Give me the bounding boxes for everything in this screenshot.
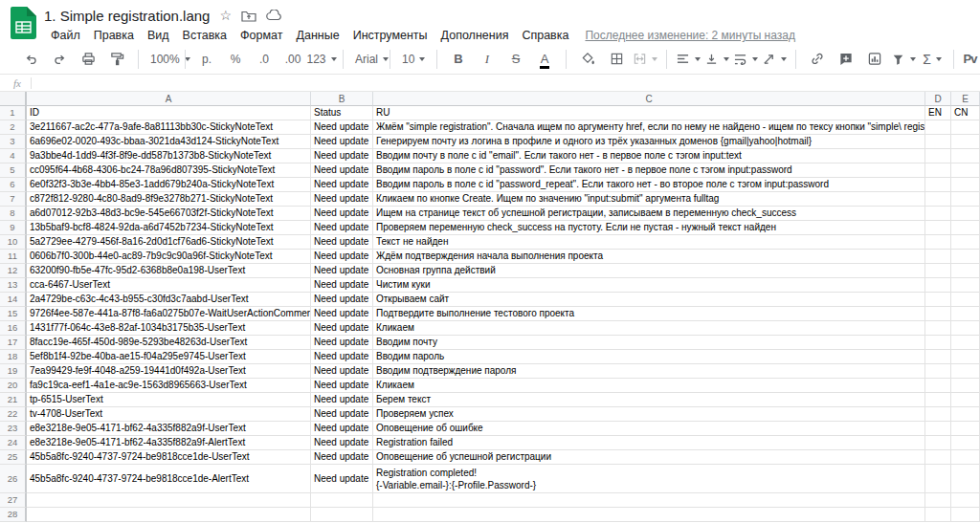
row-number[interactable]: 12 (0, 264, 27, 278)
cell-en[interactable] (925, 450, 951, 465)
cell-en[interactable] (925, 379, 951, 393)
cell-en[interactable] (925, 508, 951, 522)
cell-id[interactable]: 0606b7f0-300b-44e0-ac89-7b9c9c90a96f-Sti… (27, 250, 311, 264)
cell-cn[interactable] (951, 163, 980, 178)
cell-ru[interactable]: Кликаем (373, 379, 925, 393)
horizontal-align-button[interactable] (675, 48, 702, 71)
cell-ru[interactable]: Вводим подтверждение пароля (373, 364, 925, 379)
cell-en[interactable] (925, 163, 951, 178)
row-number[interactable]: 9 (0, 221, 27, 235)
cloud-status-icon[interactable] (266, 10, 282, 21)
column-header-b[interactable]: B (311, 92, 373, 106)
cell-id[interactable]: 63200f90-fb5e-47fc-95d2-6368b8e0a198-Use… (27, 264, 311, 278)
cell-en[interactable] (925, 321, 951, 336)
cell-status[interactable]: Need update (311, 264, 373, 278)
column-header-d[interactable]: D (925, 92, 951, 106)
cell-cn[interactable] (951, 508, 980, 522)
cell-id[interactable]: 3e211667-ac2c-477a-9afe-8a81113bb30c-Sti… (27, 120, 311, 135)
merge-cells-button[interactable] (632, 48, 658, 71)
cell-id[interactable] (27, 508, 311, 522)
row-number[interactable]: 2 (0, 120, 27, 135)
select-all-corner[interactable] (0, 92, 27, 106)
cell-cn[interactable] (951, 135, 980, 149)
text-wrap-button[interactable] (732, 48, 759, 71)
cell-en[interactable] (925, 393, 951, 407)
column-header-c[interactable]: C (373, 92, 925, 106)
cell-cn[interactable] (951, 393, 980, 407)
menu-item[interactable]: Инструменты (346, 27, 434, 44)
row-number[interactable]: 26 (0, 465, 27, 493)
print-button[interactable] (75, 48, 101, 71)
row-number[interactable]: 24 (0, 436, 27, 450)
cell-ru[interactable]: Ищем на странице текст об успешной регис… (373, 207, 925, 221)
insert-chart-button[interactable] (861, 48, 888, 71)
cell-status[interactable]: Need update (311, 350, 373, 364)
menu-item[interactable]: Формат (234, 27, 289, 44)
cell-cn[interactable] (951, 436, 980, 450)
text-rotation-button[interactable] (761, 48, 788, 71)
cell-status[interactable]: Need update (311, 235, 373, 250)
cell-id[interactable]: 5a2729ee-4279-456f-8a16-2d0d1cf76ad6-Sti… (27, 235, 311, 250)
undo-button[interactable] (17, 48, 44, 71)
cell-en[interactable] (925, 135, 951, 149)
cell-status[interactable]: Need update (311, 207, 373, 221)
cell-ru[interactable]: Жмём "simple registration". Сначала ищем… (373, 120, 925, 135)
cell-ru[interactable]: Оповещение об ошибке (373, 422, 925, 436)
row-number[interactable]: 16 (0, 321, 27, 336)
cell-ru[interactable]: Кликаем (373, 321, 925, 336)
cell-id[interactable]: tv-4708-UserText (27, 407, 311, 422)
cell-status[interactable]: Need update (311, 192, 373, 207)
row-number[interactable]: 11 (0, 250, 27, 264)
cell-cn[interactable]: CN (951, 106, 980, 120)
cell-id[interactable]: e8e3218e-9e05-4171-bf62-4a335f882a9f-Ale… (27, 436, 311, 450)
cell-ru[interactable]: Оповещение об успешной регистрации (373, 450, 925, 465)
cell-status[interactable]: Need update (311, 135, 373, 149)
cell-en[interactable] (925, 278, 951, 293)
cell-ru[interactable]: Вводим пароль (373, 350, 925, 364)
cell-cn[interactable] (951, 336, 980, 350)
cell-en[interactable] (925, 436, 951, 450)
cell-en[interactable] (925, 192, 951, 207)
fill-color-button[interactable] (574, 48, 601, 71)
cell-cn[interactable] (951, 235, 980, 250)
cell-status[interactable]: Need update (311, 250, 373, 264)
cell-cn[interactable] (951, 321, 980, 336)
cell-status[interactable]: Need update (311, 120, 373, 135)
functions-button[interactable]: Σ (919, 48, 946, 71)
cell-cn[interactable] (951, 422, 980, 436)
cell-id[interactable]: a6d07012-92b3-48d3-bc9e-545e66703f2f-Sti… (27, 207, 311, 221)
row-number[interactable]: 4 (0, 149, 27, 163)
cell-cn[interactable] (951, 264, 980, 278)
cell-ru[interactable]: Основная группа действий (373, 264, 925, 278)
cell-id[interactable]: 6a696e02-0020-493c-bbaa-3021da43d124-Sti… (27, 135, 311, 149)
cell-ru[interactable] (373, 508, 925, 522)
cell-id[interactable]: ID (27, 106, 311, 120)
row-number[interactable]: 22 (0, 407, 27, 422)
cell-id[interactable]: tp-6515-UserText (27, 393, 311, 407)
row-number[interactable]: 1 (0, 106, 27, 120)
cell-cn[interactable] (951, 379, 980, 393)
cell-cn[interactable] (951, 364, 980, 379)
move-folder-icon[interactable] (241, 10, 256, 22)
cell-id[interactable]: fa9c19ca-eef1-4a1e-ac9e-1563d8965663-Use… (27, 379, 311, 393)
cell-en[interactable] (925, 307, 951, 321)
strikethrough-button[interactable]: S (502, 48, 529, 71)
cell-en[interactable] (925, 422, 951, 436)
cell-id[interactable]: cca-6467-UserText (27, 278, 311, 293)
cell-status[interactable] (311, 508, 373, 522)
cell-status[interactable]: Status (311, 106, 373, 120)
bold-button[interactable]: B (445, 48, 472, 71)
cell-id[interactable]: e8e3218e-9e05-4171-bf62-4a335f882a9f-Use… (27, 422, 311, 436)
column-header-e[interactable]: E (951, 92, 980, 106)
cell-status[interactable]: Need update (311, 178, 373, 192)
cell-cn[interactable] (951, 207, 980, 221)
cell-cn[interactable] (951, 192, 980, 207)
cell-id[interactable] (27, 493, 311, 508)
cell-id[interactable]: 45b5a8fc-9240-4737-9724-be9818cce1de-Use… (27, 450, 311, 465)
cell-status[interactable]: Need update (311, 293, 373, 307)
cell-status[interactable]: Need update (311, 307, 373, 321)
row-number[interactable]: 23 (0, 422, 27, 436)
cell-id[interactable]: 6e0f32f3-3b3e-4bb4-85e3-1add679b240a-Sti… (27, 178, 311, 192)
format-percent-button[interactable]: % (222, 48, 249, 71)
cell-ru[interactable]: Registration failed (373, 436, 925, 450)
